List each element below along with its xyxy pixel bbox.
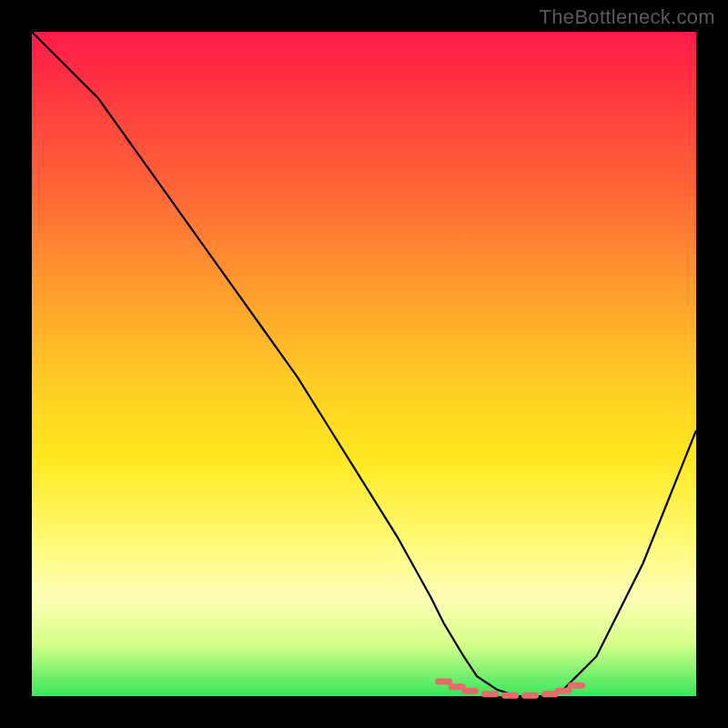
bottleneck-curve xyxy=(32,32,696,696)
chart-container: TheBottleneck.com xyxy=(0,0,728,728)
frame-left xyxy=(0,0,32,728)
chart-svg xyxy=(32,32,696,696)
plot-area xyxy=(32,32,696,696)
attribution-label: TheBottleneck.com xyxy=(540,5,715,29)
frame-right xyxy=(696,0,728,728)
frame-bottom xyxy=(0,696,728,728)
optimal-range-markers xyxy=(439,682,582,695)
